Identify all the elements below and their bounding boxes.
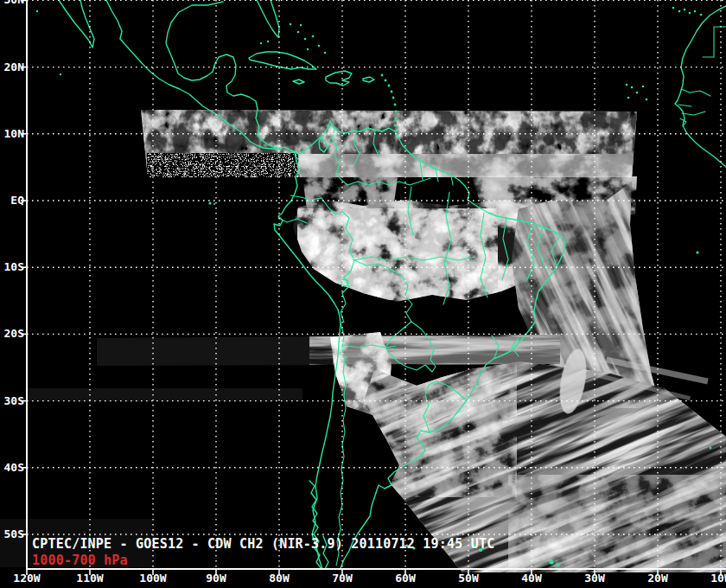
lon-label-70W: 70W xyxy=(332,572,352,585)
lon-label-80W: 80W xyxy=(269,572,289,585)
lon-label-20W: 20W xyxy=(647,572,667,585)
satellite-map-canvas: 30N20N10NEQ10S20S30S40S50S120W110W100W90… xyxy=(0,0,726,588)
lon-label-60W: 60W xyxy=(395,572,415,585)
west-africa-coastline xyxy=(675,6,726,167)
lat-label-30N: 30N xyxy=(0,0,24,6)
lat-label-EQ: EQ xyxy=(0,195,24,207)
satellite-imagery xyxy=(0,16,726,588)
lat-label-20S: 20S xyxy=(0,328,24,340)
bottom-axis-line xyxy=(26,568,726,570)
lon-label-90W: 90W xyxy=(206,572,226,585)
florida-coastline xyxy=(257,0,279,37)
map-subtitle: 1000-700 hPa xyxy=(32,553,128,568)
static-noise-band xyxy=(147,153,298,177)
left-axis-line xyxy=(26,0,28,570)
lon-label-120W: 120W xyxy=(13,572,40,585)
lon-label-110W: 110W xyxy=(76,572,103,585)
jamaica-coastline xyxy=(293,80,304,84)
cuba-coastline xyxy=(249,52,316,69)
lat-label-10N: 10N xyxy=(0,128,24,140)
lat-label-50S: 50S xyxy=(0,528,24,540)
baja-california-coastline xyxy=(59,0,94,48)
chile-fjords xyxy=(309,481,322,569)
lat-label-10S: 10S xyxy=(0,261,24,273)
lon-label-30W: 30W xyxy=(584,572,604,585)
lon-label-50W: 50W xyxy=(458,572,478,585)
lon-label-10W: 10W xyxy=(710,572,726,585)
africa-borders xyxy=(678,27,726,126)
puerto-rico-coastline xyxy=(363,77,374,82)
goes-satellite-scene xyxy=(0,0,726,588)
lat-label-40S: 40S xyxy=(0,462,24,474)
map-title: CPTEC/INPE - GOES12 - CDW CH2 (NIR-3.9) … xyxy=(32,536,494,552)
lon-label-100W: 100W xyxy=(139,572,166,585)
hispaniola-coastline xyxy=(326,71,352,86)
itcz-bright-subband xyxy=(297,153,636,179)
lon-label-40W: 40W xyxy=(521,572,541,585)
lat-label-20N: 20N xyxy=(0,61,24,74)
lat-label-30S: 30S xyxy=(0,395,24,407)
pacific-coastline xyxy=(106,0,341,569)
